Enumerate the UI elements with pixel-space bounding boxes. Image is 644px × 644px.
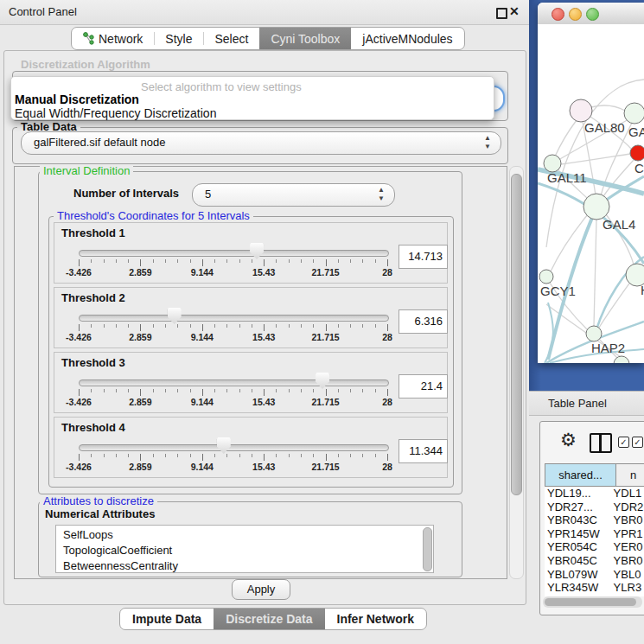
tab-label: Style xyxy=(165,32,192,46)
table-row[interactable]: YDR27...YDR2 xyxy=(545,501,644,514)
tab-discretize-data[interactable]: Discretize Data xyxy=(214,609,324,629)
tick-mark xyxy=(104,389,105,392)
attribute-item[interactable]: TopologicalCoefficient xyxy=(56,543,433,558)
number-of-intervals-combobox[interactable]: 5 ▲▼ xyxy=(192,183,395,207)
threshold-value-field[interactable]: 6.316 xyxy=(399,309,448,334)
cell-shared-name: YLR345W xyxy=(545,581,610,595)
slider-track[interactable] xyxy=(79,379,389,386)
tick-label: 9.144 xyxy=(191,267,214,277)
screen: Control Panel ✕ Network Style Select Cyn… xyxy=(0,0,644,644)
tick-mark xyxy=(214,454,215,457)
cell-name: YDL1 xyxy=(610,487,644,501)
float-window-icon[interactable] xyxy=(496,8,507,19)
attribute-item[interactable]: SelfLoops xyxy=(56,527,433,543)
node-label-HAP2: HAP2 xyxy=(591,341,625,355)
tick-mark xyxy=(226,324,227,328)
slider-ticks xyxy=(79,454,387,461)
dropdown-option-manual[interactable]: Manual Discretization xyxy=(15,92,139,106)
tick-mark xyxy=(350,324,351,328)
table-row[interactable]: YER054CYER0 xyxy=(545,540,644,554)
tab-infer-network[interactable]: Infer Network xyxy=(325,609,426,629)
close-icon[interactable]: ✕ xyxy=(509,4,520,18)
attribute-item[interactable]: BetweennessCentrality xyxy=(56,558,433,573)
network-node-HAP2[interactable] xyxy=(586,326,602,341)
tick-mark xyxy=(128,324,129,328)
tab-select[interactable]: Select xyxy=(203,28,259,49)
network-node-GAL4[interactable] xyxy=(583,194,609,220)
zoom-traffic-light[interactable] xyxy=(586,8,599,21)
threshold-value-field[interactable]: 14.713 xyxy=(399,245,448,269)
tick-mark xyxy=(140,389,141,396)
column-header-name[interactable]: n xyxy=(615,463,644,487)
network-tree-icon xyxy=(83,32,94,45)
threshold-label: Threshold 3 xyxy=(61,356,125,369)
network-canvas[interactable]: GAL80GACGAL11GAL4GCY1HHAP2 xyxy=(538,24,644,363)
network-node-node-top-right[interactable] xyxy=(624,103,644,124)
table-row[interactable]: YDL19...YDL1 xyxy=(545,487,644,501)
checkbox-icon[interactable]: ✓ xyxy=(632,437,643,448)
table-data-combobox[interactable]: galFiltered.sif default node ▲▼ xyxy=(21,131,501,155)
table-row[interactable]: YBR043CYBR0 xyxy=(545,513,644,527)
network-node-GAL80[interactable] xyxy=(570,99,592,122)
attribute-items: SelfLoopsTopologicalCoefficientBetweenne… xyxy=(56,526,433,573)
checkbox-icon[interactable]: ✓ xyxy=(618,437,629,448)
tab-jactivemnodules[interactable]: jActiveMNodules xyxy=(351,28,463,49)
minimize-traffic-light[interactable] xyxy=(569,8,582,21)
tab-impute-data[interactable]: Impute Data xyxy=(120,609,214,629)
tick-mark xyxy=(214,259,215,263)
settings-vertical-scrollbar[interactable] xyxy=(509,166,524,579)
tick-label: 2.859 xyxy=(129,462,151,472)
column-header-shared-name[interactable]: shared... xyxy=(545,463,616,487)
tick-mark xyxy=(289,259,290,263)
slider-track[interactable] xyxy=(79,250,389,257)
tick-label: 2.859 xyxy=(129,397,151,407)
numerical-attributes-label: Numerical Attributes xyxy=(45,507,155,520)
tick-mark xyxy=(301,389,302,392)
tick-mark xyxy=(79,324,80,331)
node-label-GAL4: GAL4 xyxy=(603,217,635,232)
network-node-GCY1[interactable] xyxy=(539,270,553,284)
scrollbar-thumb[interactable] xyxy=(511,174,522,495)
cell-name: YLR3 xyxy=(610,581,644,595)
tick-mark xyxy=(177,454,178,457)
tick-mark xyxy=(153,389,154,392)
table-horizontal-scrollbar[interactable] xyxy=(543,596,642,608)
tab-label: Impute Data xyxy=(132,612,201,626)
threshold-value-field[interactable]: 11.344 xyxy=(399,439,448,463)
network-node-red-node[interactable] xyxy=(630,145,644,161)
tick-mark xyxy=(276,389,277,392)
scrollbar-thumb[interactable] xyxy=(545,598,636,606)
network-node-GAL11[interactable] xyxy=(544,155,561,172)
tab-style[interactable]: Style xyxy=(154,28,203,49)
slider-track[interactable] xyxy=(79,444,389,451)
tick-mark xyxy=(91,259,92,263)
cell-shared-name: YDR27... xyxy=(545,501,610,514)
apply-button[interactable]: Apply xyxy=(232,579,290,600)
threshold-value-field[interactable]: 21.4 xyxy=(399,374,448,399)
split-columns-icon[interactable] xyxy=(590,433,612,453)
cell-shared-name: YBL079W xyxy=(545,568,610,582)
slider-thumb[interactable] xyxy=(316,373,329,389)
tick-mark xyxy=(165,454,166,457)
table-rows: YDL19...YDL1YDR27...YDR2YBR043CYBR0YPR14… xyxy=(545,487,644,596)
slider-track[interactable] xyxy=(79,315,389,322)
slider-thumb[interactable] xyxy=(217,437,231,454)
slider-thumb[interactable] xyxy=(250,243,264,259)
slider-thumb[interactable] xyxy=(168,308,182,324)
close-traffic-light[interactable] xyxy=(552,8,564,21)
table-row[interactable]: YBR045CYBR0 xyxy=(545,554,644,568)
tab-network[interactable]: Network xyxy=(72,28,154,49)
table-row[interactable]: YBL079WYBL0 xyxy=(545,568,644,582)
tick-mark xyxy=(165,389,166,392)
node-label-GAL11: GAL11 xyxy=(547,170,587,185)
list-scrollbar[interactable] xyxy=(423,527,432,571)
node-label-node-top-right: GA xyxy=(628,124,644,139)
tab-cyni-toolbox[interactable]: Cyni Toolbox xyxy=(259,28,351,49)
dropdown-option-equal-width[interactable]: Equal Width/Frequency Discretization xyxy=(15,106,216,120)
table-row[interactable]: YLR345WYLR3 xyxy=(545,581,644,595)
tick-mark xyxy=(252,259,252,263)
gear-icon[interactable]: ⚙ xyxy=(560,430,577,450)
dropdown-hint: Select algorithm to view settings xyxy=(141,80,302,93)
control-panel-window: Control Panel ✕ Network Style Select Cyn… xyxy=(0,0,530,644)
table-row[interactable]: YPR145WYPR1 xyxy=(545,527,644,541)
